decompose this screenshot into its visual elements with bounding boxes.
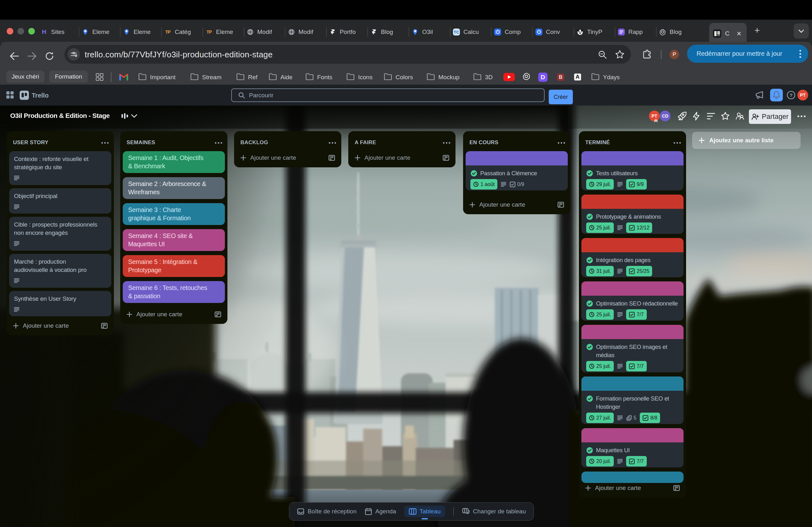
svg-text:?: ? bbox=[789, 92, 792, 98]
